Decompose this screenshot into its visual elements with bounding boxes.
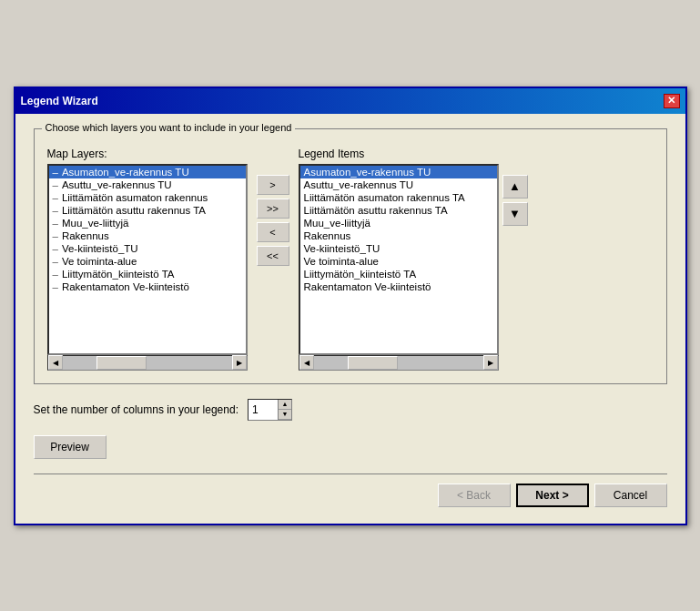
list-item-dash: – (53, 269, 58, 280)
list-item-text: Liittämätön asumaton rakennus (62, 192, 208, 203)
list-item-text: Muu_ve-liittyjä (62, 218, 129, 229)
map-layer-item[interactable]: –Rakentamaton Ve-kiinteistö (49, 280, 246, 293)
legend-item[interactable]: Asuttu_ve-rakennus TU (300, 178, 497, 191)
legend-item[interactable]: Rakentamaton Ve-kiinteistö (300, 280, 497, 293)
map-layers-scroll-thumb[interactable] (96, 356, 147, 370)
legend-item[interactable]: Muu_ve-liittyjä (300, 217, 497, 229)
legend-item[interactable]: Ve-kiinteistö_TU (300, 242, 497, 255)
list-item-text: Rakennus (62, 230, 109, 241)
title-bar: Legend Wizard ✕ (15, 88, 685, 114)
map-layer-item[interactable]: –Liittämätön asuttu rakennus TA (49, 204, 246, 217)
cancel-button[interactable]: Cancel (594, 484, 667, 507)
legend-item[interactable]: Liittämätön asuttu rakennus TA (300, 204, 497, 217)
map-layer-item[interactable]: –Muu_ve-liittyjä (49, 217, 246, 229)
list-item-text: Asumaton_ve-rakennus TU (62, 167, 189, 178)
list-item-dash: – (53, 167, 58, 178)
legend-items-scroll-track[interactable] (314, 356, 483, 370)
bottom-buttons: < Back Next > Cancel (34, 484, 667, 511)
remove-all-button[interactable]: << (257, 246, 289, 266)
layers-fieldset: Choose which layers you want to include … (34, 128, 667, 384)
map-layer-item[interactable]: –Liittymätön_kiinteistö TA (49, 268, 246, 280)
legend-items-section: Legend Items Asumaton_ve-rakennus TUAsut… (299, 148, 499, 371)
legend-items-right: Legend Items Asumaton_ve-rakennus TUAsut… (299, 148, 528, 371)
spinner-buttons: ▲ ▼ (278, 400, 291, 420)
map-layers-listbox[interactable]: –Asumaton_ve-rakennus TU–Asuttu_ve-raken… (47, 164, 248, 355)
map-layers-scroll-left[interactable]: ◀ (48, 355, 63, 370)
map-layer-item[interactable]: –Asuttu_ve-rakennus TU (49, 178, 246, 191)
map-layers-scrollbar[interactable]: ◀ ▶ (47, 355, 248, 371)
up-down-buttons: ▲ ▼ (502, 148, 528, 226)
close-button[interactable]: ✕ (664, 94, 680, 108)
columns-row: Set the number of columns in your legend… (34, 399, 667, 421)
move-down-button[interactable]: ▼ (502, 202, 528, 226)
legend-item[interactable]: Liittymätön_kiinteistö TA (300, 268, 497, 280)
legend-item[interactable]: Ve toiminta-alue (300, 255, 497, 268)
list-item-dash: – (53, 281, 58, 292)
back-button[interactable]: < Back (438, 484, 511, 507)
map-layers-label: Map Layers: (47, 148, 248, 160)
legend-items-scroll-left[interactable]: ◀ (299, 355, 314, 370)
list-item-dash: – (53, 179, 58, 190)
spinner-down-button[interactable]: ▼ (279, 410, 291, 420)
map-layers-scroll-track[interactable] (63, 356, 232, 370)
columns-spinner[interactable]: ▲ ▼ (248, 399, 292, 421)
legend-items-scrollbar[interactable]: ◀ ▶ (299, 355, 499, 371)
window-title: Legend Wizard (21, 95, 98, 107)
legend-wizard-window: Legend Wizard ✕ Choose which layers you … (14, 87, 687, 525)
lists-row: Map Layers: –Asumaton_ve-rakennus TU–Asu… (47, 148, 654, 371)
window-body: Choose which layers you want to include … (15, 114, 685, 524)
divider (34, 474, 667, 474)
add-button[interactable]: > (257, 175, 289, 195)
map-layer-item[interactable]: –Asumaton_ve-rakennus TU (49, 166, 246, 178)
legend-items-label: Legend Items (299, 148, 499, 160)
map-layer-item[interactable]: –Ve toiminta-alue (49, 255, 246, 268)
next-button[interactable]: Next > (516, 484, 589, 507)
legend-item[interactable]: Asumaton_ve-rakennus TU (300, 166, 497, 178)
preview-button[interactable]: Preview (34, 435, 107, 459)
list-item-dash: – (53, 256, 58, 267)
map-layer-item[interactable]: –Ve-kiinteistö_TU (49, 242, 246, 255)
list-item-text: Ve toiminta-alue (62, 256, 137, 267)
legend-item[interactable]: Rakennus (300, 229, 497, 242)
middle-buttons: > >> < << (248, 148, 299, 266)
remove-button[interactable]: < (257, 222, 289, 242)
list-item-text: Ve-kiinteistö_TU (62, 243, 138, 254)
list-item-text: Liittämätön asuttu rakennus TA (62, 205, 206, 216)
legend-item[interactable]: Liittämätön asumaton rakennus TA (300, 191, 497, 204)
map-layers-scroll-right[interactable]: ▶ (232, 355, 247, 370)
map-layers-section: Map Layers: –Asumaton_ve-rakennus TU–Asu… (47, 148, 248, 371)
list-item-text: Rakentamaton Ve-kiinteistö (62, 281, 189, 292)
title-bar-title: Legend Wizard (21, 95, 98, 107)
move-up-button[interactable]: ▲ (502, 175, 528, 199)
list-item-dash: – (53, 218, 58, 229)
spinner-up-button[interactable]: ▲ (279, 400, 291, 410)
legend-items-listbox[interactable]: Asumaton_ve-rakennus TUAsuttu_ve-rakennu… (299, 164, 499, 355)
fieldset-legend: Choose which layers you want to include … (42, 122, 296, 133)
list-item-dash: – (53, 192, 58, 203)
map-layer-item[interactable]: –Liittämätön asumaton rakennus (49, 191, 246, 204)
list-item-text: Liittymätön_kiinteistö TA (62, 269, 175, 280)
list-item-dash: – (53, 243, 58, 254)
legend-items-scroll-right[interactable]: ▶ (483, 355, 498, 370)
columns-label: Set the number of columns in your legend… (34, 403, 238, 416)
add-all-button[interactable]: >> (257, 199, 289, 219)
list-item-text: Asuttu_ve-rakennus TU (62, 179, 172, 190)
legend-items-scroll-thumb[interactable] (348, 356, 399, 370)
columns-input[interactable] (249, 400, 278, 420)
map-layer-item[interactable]: –Rakennus (49, 229, 246, 242)
list-item-dash: – (53, 230, 58, 241)
list-item-dash: – (53, 205, 58, 216)
